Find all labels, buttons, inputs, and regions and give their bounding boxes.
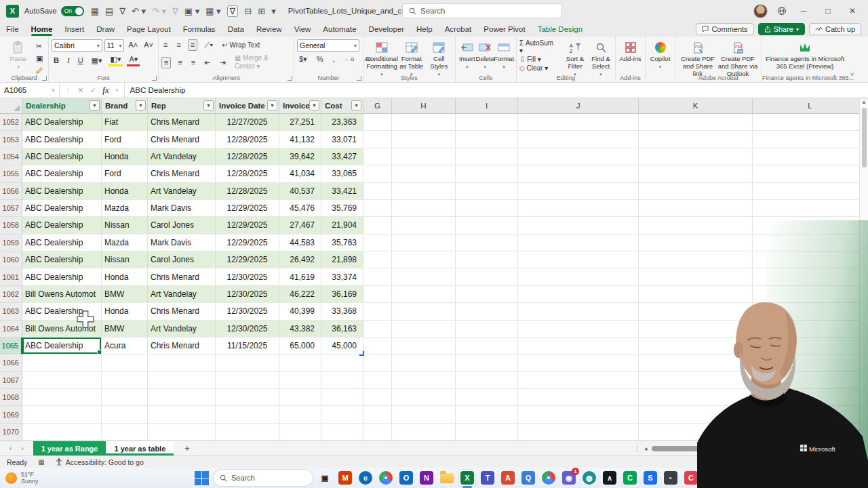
cell[interactable]: Mark Davis bbox=[148, 235, 216, 251]
cell[interactable] bbox=[363, 217, 392, 234]
cell[interactable]: 33,065 bbox=[321, 165, 363, 182]
decrease-indent-icon[interactable]: ⇤ bbox=[202, 58, 212, 68]
cell[interactable] bbox=[518, 354, 639, 371]
cell[interactable]: ABC Dealership bbox=[22, 338, 102, 354]
excel-icon[interactable]: X bbox=[459, 470, 475, 486]
font-color-button[interactable]: A▾ bbox=[127, 54, 140, 66]
accounting-format-icon[interactable]: $▾ bbox=[297, 54, 309, 64]
cell[interactable] bbox=[456, 338, 518, 354]
cell[interactable] bbox=[518, 424, 639, 441]
cell[interactable] bbox=[392, 217, 456, 234]
cell[interactable] bbox=[321, 406, 363, 423]
increase-decimal-icon[interactable]: ←.0 bbox=[342, 56, 356, 64]
fill-button[interactable]: ⇩ Fill ▾ bbox=[519, 56, 558, 63]
filter-toggle-button[interactable]: ∇ bbox=[227, 5, 239, 17]
cell[interactable] bbox=[392, 303, 456, 320]
cell[interactable] bbox=[392, 424, 456, 441]
cell[interactable] bbox=[102, 372, 148, 389]
cell[interactable]: 65,000 bbox=[279, 338, 321, 354]
merge-center-button[interactable]: ▦ Merge & Center ▾ bbox=[233, 54, 291, 71]
tab-help[interactable]: Help bbox=[410, 23, 439, 35]
cell[interactable] bbox=[363, 286, 392, 303]
cell[interactable]: 33,071 bbox=[321, 131, 363, 148]
cell[interactable] bbox=[321, 389, 363, 406]
filter-button-invoice[interactable]: ▼ bbox=[309, 100, 319, 110]
clipboard-dialog-launcher[interactable] bbox=[42, 76, 47, 81]
row-header-1059[interactable]: 1059 bbox=[0, 235, 22, 251]
align-right-icon[interactable]: ≡ bbox=[189, 58, 197, 68]
cell[interactable] bbox=[639, 235, 753, 251]
outlook-icon[interactable]: O bbox=[398, 470, 414, 486]
cell[interactable]: 12/30/2025 bbox=[216, 321, 279, 338]
cell[interactable] bbox=[363, 424, 392, 441]
font-name-select[interactable]: Calibri▾ bbox=[52, 39, 102, 52]
cell[interactable]: Carol Jones bbox=[148, 251, 216, 268]
cell[interactable] bbox=[392, 114, 456, 131]
cell[interactable]: 27,251 bbox=[279, 114, 321, 131]
start-button[interactable] bbox=[193, 470, 210, 486]
cell[interactable] bbox=[392, 268, 456, 285]
cell[interactable] bbox=[148, 372, 216, 389]
cell[interactable] bbox=[363, 303, 392, 320]
file-explorer-icon[interactable] bbox=[439, 470, 455, 486]
cell[interactable] bbox=[321, 354, 363, 371]
vertical-scroll-thumb[interactable] bbox=[862, 108, 867, 167]
cell[interactable]: Art Vandelay bbox=[148, 148, 216, 165]
shrink-font-icon[interactable]: A˅ bbox=[142, 40, 155, 50]
cancel-entry-icon[interactable]: ✕ bbox=[77, 85, 84, 95]
cell[interactable] bbox=[753, 165, 868, 182]
copy-icon[interactable]: ▣ ▾ bbox=[184, 7, 199, 16]
cell[interactable]: 41,034 bbox=[279, 165, 321, 182]
align-middle-icon[interactable]: ≡ bbox=[174, 40, 182, 50]
cell[interactable]: Mark Davis bbox=[148, 200, 216, 217]
format-cells-button[interactable]: Format▾ bbox=[494, 39, 513, 70]
cell[interactable] bbox=[392, 389, 456, 406]
cell[interactable] bbox=[102, 406, 148, 423]
account-avatar[interactable] bbox=[753, 4, 768, 18]
cell[interactable] bbox=[639, 200, 753, 217]
row-header-1070[interactable]: 1070 bbox=[0, 424, 22, 441]
row-header-1056[interactable]: 1056 bbox=[0, 183, 22, 200]
cell[interactable]: 21,904 bbox=[321, 217, 363, 234]
cell[interactable]: 39,642 bbox=[279, 148, 321, 165]
cell[interactable] bbox=[456, 148, 518, 165]
cell[interactable]: 46,222 bbox=[279, 286, 321, 303]
cell[interactable]: 45,476 bbox=[279, 200, 321, 217]
cell[interactable] bbox=[518, 286, 639, 303]
row-header-1058[interactable]: 1058 bbox=[0, 217, 22, 234]
sheet-next-icon[interactable]: › bbox=[21, 445, 23, 452]
cell[interactable] bbox=[363, 165, 392, 182]
cell-styles-button[interactable]: Cell Styles▾ bbox=[425, 39, 452, 77]
people-icon[interactable]: ◉1 bbox=[561, 470, 577, 486]
tab-view[interactable]: View bbox=[288, 23, 317, 35]
cell[interactable] bbox=[518, 389, 639, 406]
cell[interactable]: 36,163 bbox=[321, 321, 363, 338]
number-format-select[interactable]: General▾ bbox=[297, 39, 359, 52]
cell[interactable]: 26,492 bbox=[279, 251, 321, 268]
cell[interactable] bbox=[518, 251, 639, 268]
cell[interactable] bbox=[148, 354, 216, 371]
cell[interactable] bbox=[518, 217, 639, 234]
cell[interactable]: 12/30/2025 bbox=[216, 303, 279, 320]
caret-app-icon[interactable]: ∧ bbox=[601, 470, 618, 486]
row-header-1068[interactable]: 1068 bbox=[0, 389, 22, 406]
row-header-1060[interactable]: 1060 bbox=[0, 251, 22, 268]
cell[interactable]: 12/30/2025 bbox=[216, 268, 279, 285]
accessibility-status[interactable]: Accessibility: Good to go bbox=[56, 458, 144, 466]
row-header-1064[interactable]: 1064 bbox=[0, 321, 22, 338]
cell[interactable]: BMW bbox=[102, 321, 148, 338]
cell[interactable] bbox=[22, 406, 102, 423]
cell[interactable]: 45,000 bbox=[321, 338, 363, 354]
cell[interactable]: Honda bbox=[102, 303, 148, 320]
cell[interactable]: Mazda bbox=[102, 235, 148, 251]
cell[interactable] bbox=[518, 406, 639, 423]
tab-data[interactable]: Data bbox=[222, 23, 250, 35]
cell[interactable]: ABC Dealership bbox=[22, 200, 102, 217]
close-button[interactable]: ✕ bbox=[845, 6, 860, 16]
name-box[interactable]: A1065˅ bbox=[0, 83, 60, 98]
tab-acrobat[interactable]: Acrobat bbox=[439, 23, 478, 35]
table-resize-handle[interactable] bbox=[359, 351, 364, 356]
clear-button[interactable]: ◇ Clear ▾ bbox=[519, 64, 558, 72]
filter-button-brand[interactable]: ▼ bbox=[136, 100, 146, 110]
pivot-table-icon[interactable]: ⊞ bbox=[258, 7, 265, 16]
